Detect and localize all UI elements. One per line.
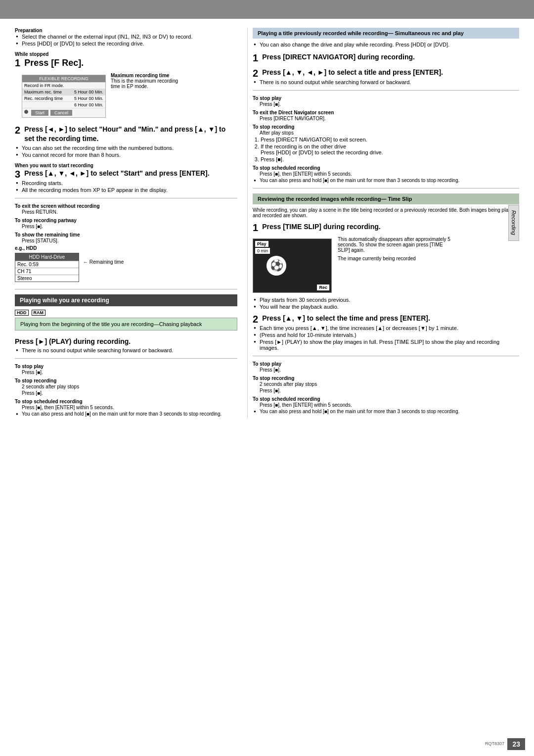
right-step1-num: 1 [253, 52, 258, 64]
to-stop-partway-section: To stop recording partway Press [■]. [15, 218, 237, 229]
playing-while-title: Playing while you are recording [15, 294, 237, 306]
step2-section: 2 Press [◄, ►] to select "Hour" and "Min… [15, 125, 237, 157]
right-stop-rec-list-3: Press [■]. [261, 156, 519, 162]
timeslip-notes: This automatically disappears after appr… [338, 236, 451, 262]
to-stop-partway-label: To stop recording partway [15, 218, 237, 223]
ts-stop-sched-label: To stop scheduled recording [253, 396, 519, 402]
right-exit-dn-val: Press [DIRECT NAVIGATOR]. [260, 116, 519, 121]
fr-start-button[interactable]: Start [31, 110, 48, 116]
preparation-label: Preparation [15, 28, 237, 33]
ts-stop-play-label: To stop play [253, 361, 519, 367]
right-step2-section: 2 Press [▲, ▼, ◄, ►] to select a title a… [253, 68, 519, 85]
hdd-title: HDD Hard-Drive [15, 253, 79, 261]
right-column: Recording Playing a title previously rec… [247, 28, 519, 418]
right-stop-rec: To stop recording After play stops Press… [253, 124, 519, 162]
fr-row2: Maximum rec. time 5 Hour 00 Min. [22, 89, 105, 95]
chasing-playback-box: Playing from the beginning of the title … [15, 318, 237, 331]
right-stop-play: To stop play Press [■]. [253, 95, 519, 107]
ts-step2-bullet-3: Press [►] (PLAY) to show the play images… [260, 339, 519, 351]
timeslip-auto-note: This automatically disappears after appr… [338, 236, 451, 253]
step1-num: 1 [15, 57, 20, 69]
fr-buttons: Start Cancel [22, 108, 105, 117]
to-show-remaining-val: Press [STATUS]. [22, 238, 237, 243]
timeslip-bullet1: Play starts from 30 seconds previous. [260, 297, 519, 303]
soccer-ball-icon: ⚽ [267, 256, 286, 276]
hdd-badge: HDD [15, 310, 29, 316]
timeslip-play-label: Play [255, 241, 268, 247]
simultaneous-box: Playing a title previously recorded whil… [253, 28, 519, 39]
step3-bullet-1: Recording starts. [22, 180, 237, 186]
flexible-recording-box: FLEXIBLE RECORDING Record in FR mode. Ma… [22, 75, 106, 118]
fr-row3: Rec. recording time 5 Hour 00 Min. [22, 95, 105, 101]
ts-stop-sched: To stop scheduled recording Press [■], t… [253, 396, 519, 414]
timeslip-image: Play 0 min ⚽ Rec [253, 238, 332, 293]
left-stop-sched-label: To stop scheduled recording [15, 399, 237, 404]
right-stop-rec-list-1: Press [DIRECT NAVIGATOR] to exit screen. [261, 137, 519, 142]
timeslip-diagram-section: Play 0 min ⚽ Rec This automatically disa… [253, 236, 519, 295]
timeslip-image-label: The image currently being recorded [338, 256, 451, 261]
step1-heading: Press [F Rec]. [24, 57, 84, 69]
right-stop-play-val: Press [■]. [260, 101, 519, 107]
fr-row4: 6 Hour 00 Min. [22, 101, 105, 108]
fr-title: FLEXIBLE RECORDING [22, 75, 105, 82]
right-stop-rec-label: To stop recording [253, 124, 519, 130]
page-number: 23 [507, 738, 525, 750]
left-stop-sched-val1: Press [■], then [ENTER] within 5 seconds… [22, 405, 237, 410]
right-stop-play-label: To stop play [253, 95, 519, 101]
recording-tab: Recording [508, 205, 519, 240]
eg-hdd-label: e.g., HDD [15, 245, 79, 251]
right-stop-sched: To stop scheduled recording Press [■], t… [253, 165, 519, 183]
ts-stop-rec-val1: 2 seconds after play stops [260, 381, 519, 387]
hdd-row3: Stereo [15, 275, 79, 282]
timeslip-box: Reviewing the recorded images while reco… [253, 193, 519, 204]
timeslip-title: Reviewing the recorded images while reco… [258, 196, 514, 202]
remaining-label: ← Remaining time [83, 259, 124, 265]
max-rec-note: Maximum recording time This is the maxim… [111, 73, 180, 89]
fr-radio [24, 110, 28, 114]
fr-row1: Record in FR mode. [22, 82, 105, 89]
timeslip-bullet2: You will hear the playback audio. [260, 304, 519, 310]
to-stop-partway-val: Press [■]. [22, 224, 237, 229]
right-step2-bullet-1: There is no sound output while searching… [260, 79, 519, 85]
ts-stop-sched-val: Press [■], then [ENTER] within 5 seconds… [260, 402, 519, 408]
timeslip-step2-num: 2 [253, 314, 258, 325]
fr-cancel-button[interactable]: Cancel [50, 110, 72, 116]
step1-section: While stopped 1 Press [F Rec]. FLEXIBLE … [15, 51, 237, 120]
right-step2-num: 2 [253, 68, 258, 79]
hdd-ram-badges: HDD RAM [15, 309, 237, 316]
step2-bullet-2: You cannot record for more than 8 hours. [22, 152, 237, 158]
ts-step2-bullet-2: (Press and hold for 10-minute intervals.… [260, 332, 519, 338]
hdd-row1: Rec. 0:59 [15, 261, 79, 268]
timeslip-step1-heading: Press [TIME SLIP] during recording. [262, 222, 381, 231]
preparation-section: Preparation Select the channel or the ex… [15, 28, 237, 47]
right-exit-dn: To exit the Direct Navigator screen Pres… [253, 110, 519, 121]
right-step2-heading: Press [▲, ▼, ◄, ►] to select a title and… [262, 68, 443, 77]
ts-stop-play-val: Press [■]. [260, 367, 519, 373]
left-stop-play-val: Press [■]. [22, 370, 237, 375]
right-step1-heading: Press [DIRECT NAVIGATOR] during recordin… [262, 52, 415, 61]
right-stop-sched-bullet: You can also press and hold [■] on the m… [260, 178, 519, 183]
ts-stop-play: To stop play Press [■]. [253, 361, 519, 373]
left-stop-sched: To stop scheduled recording Press [■], t… [15, 399, 237, 417]
right-stop-rec-list: Press [DIRECT NAVIGATOR] to exit screen.… [261, 137, 519, 162]
ts-stop-rec-label: To stop recording [253, 376, 519, 381]
right-exit-dn-label: To exit the Direct Navigator screen [253, 110, 519, 115]
simultaneous-title: Playing a title previously recorded whil… [258, 30, 514, 36]
timeslip-time-val: 0 min [255, 248, 270, 254]
press-play-bullet: There is no sound output while searching… [22, 347, 237, 353]
left-stop-sched-bullet: You can also press and hold [■] on the m… [22, 411, 237, 417]
left-stop-play: To stop play Press [■]. [15, 364, 237, 375]
left-column: Preparation Select the channel or the ex… [15, 28, 247, 418]
press-play-heading: Press [►] (PLAY) during recording. [15, 337, 237, 345]
page-header [0, 0, 534, 19]
timeslip-desc: While recording, you can play a scene in… [253, 207, 519, 218]
step3-bullet-2: All the recording modes from XP to EP ap… [22, 187, 237, 193]
right-step1-section: 1 Press [DIRECT NAVIGATOR] during record… [253, 52, 519, 64]
prep-bullet-2: Press [HDD] or [DVD] to select the recor… [22, 41, 237, 47]
right-stop-sched-val: Press [■], then [ENTER] within 5 seconds… [260, 171, 519, 177]
simultaneous-bullet-1: You can also change the drive and play w… [260, 42, 519, 47]
left-stop-rec-val1: 2 seconds after play stops [22, 384, 237, 389]
right-stop-rec-list-2: If the recording is on the other drive P… [261, 143, 519, 155]
left-stop-rec-val2: Press [■]. [22, 390, 237, 396]
left-stop-rec: To stop recording 2 seconds after play s… [15, 378, 237, 396]
